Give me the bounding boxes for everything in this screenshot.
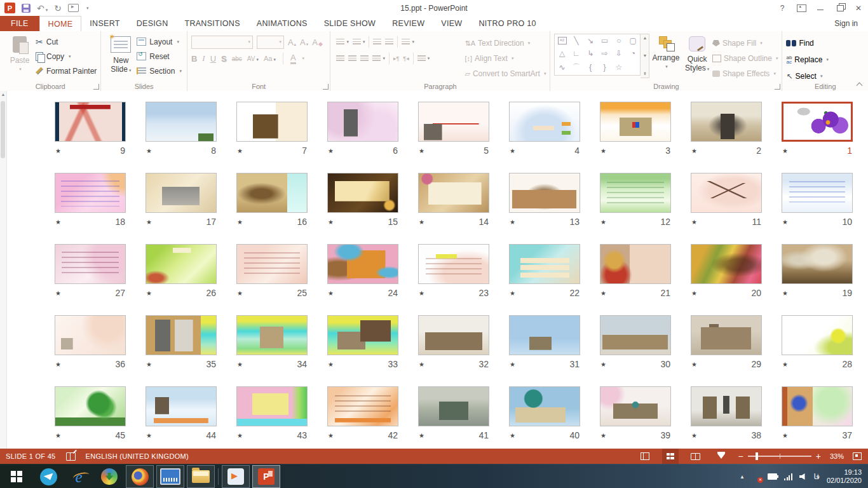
slide-thumbnail-34-hut-gradient-slide[interactable]: [236, 315, 308, 355]
slide-thumbnail-2-warrior-slide[interactable]: [691, 102, 762, 142]
slide-thumbnail-29-arch-ruins-slide[interactable]: [691, 315, 762, 355]
font-size-combo[interactable]: ▾: [257, 36, 284, 49]
zoom-percentage[interactable]: 33%: [830, 452, 844, 460]
slide-thumbnail-20-gold-cave-slide[interactable]: [691, 244, 762, 284]
paste-button[interactable]: Paste▾: [4, 34, 36, 82]
minimize-button[interactable]: [811, 1, 830, 15]
shape-fill-button[interactable]: Shape Fill▾: [712, 36, 778, 50]
tab-nitro-pro[interactable]: NITRO PRO 10: [470, 16, 544, 31]
shape-glyph-icon[interactable]: ∟: [573, 49, 580, 58]
replace-button[interactable]: abacReplace▾: [786, 53, 828, 67]
shapes-more-icon[interactable]: ⇟: [643, 71, 647, 76]
tab-slide-show[interactable]: SLIDE SHOW: [316, 16, 384, 31]
reading-view-button[interactable]: [688, 449, 704, 464]
arrange-button[interactable]: Arrange▾: [649, 34, 682, 82]
save-icon[interactable]: [22, 4, 31, 13]
shape-textbox-icon[interactable]: A≡: [558, 37, 567, 44]
align-right-button[interactable]: [358, 54, 370, 64]
powerpoint-app-icon[interactable]: P: [4, 3, 15, 13]
slide-thumbnail-22-teal-banners-slide[interactable]: [509, 244, 580, 284]
shape-glyph-icon[interactable]: ∿: [559, 63, 566, 72]
shape-glyph-icon[interactable]: {: [589, 63, 592, 72]
convert-to-smartart-button[interactable]: ▱Convert to SmartArt▾: [465, 67, 546, 81]
help-button[interactable]: ?: [773, 1, 792, 15]
taskbar-internet-explorer[interactable]: e: [65, 464, 93, 488]
volume-icon[interactable]: [799, 473, 807, 480]
slide-thumbnail-4-diagram-slide[interactable]: [509, 102, 580, 142]
scrollbar-thumb[interactable]: [1, 101, 5, 158]
tab-insert[interactable]: INSERT: [81, 16, 128, 31]
slide-thumbnail-10-blue-text-slide[interactable]: [782, 173, 853, 213]
slide-thumbnail-8-sky-text-slide[interactable]: [146, 102, 217, 142]
justify-button[interactable]: ▾: [370, 54, 387, 64]
font-name-combo[interactable]: ▾: [191, 36, 253, 49]
tab-animations[interactable]: ANIMATIONS: [248, 16, 316, 31]
font-dialog-launcher[interactable]: [323, 84, 329, 90]
tab-review[interactable]: REVIEW: [384, 16, 433, 31]
slide-thumbnail-18-pink-text-slide[interactable]: [55, 173, 126, 213]
slide-thumbnail-17-battle-parchment-slide[interactable]: [146, 173, 217, 213]
action-center-flag-icon[interactable]: [752, 472, 761, 481]
slide-thumbnail-15-scroll-slide[interactable]: [327, 173, 398, 213]
slide-thumbnail-6-stone-stele-slide[interactable]: [327, 102, 398, 142]
customize-qat-icon[interactable]: ▾: [86, 6, 89, 11]
language-indicator[interactable]: ENGLISH (UNITED KINGDOM): [86, 452, 189, 460]
slide-thumbnail-14-parchment-frame-slide[interactable]: [418, 173, 489, 213]
align-center-button[interactable]: [346, 54, 358, 64]
shape-glyph-icon[interactable]: ◔: [631, 49, 635, 58]
decrease-indent-button[interactable]: [371, 37, 383, 47]
slide-thumbnail-30-desert-ruins-slide[interactable]: [600, 315, 671, 355]
strikethrough-button[interactable]: abc: [232, 55, 242, 62]
layout-button[interactable]: Layout▾: [137, 35, 182, 48]
slide-sorter-view-button[interactable]: [662, 449, 679, 464]
bold-button[interactable]: B: [191, 54, 197, 64]
slide-thumbnail-23-white-text-slide[interactable]: [418, 244, 489, 284]
start-button[interactable]: [0, 464, 33, 488]
slide-thumbnail-37-king-miniature-slide[interactable]: [782, 386, 853, 426]
slide-thumbnail-32-ruin-text-slide[interactable]: [418, 315, 489, 355]
slide-thumbnail-25-peach-text-slide[interactable]: [236, 244, 308, 284]
slide-thumbnail-3-mongolia-map-slide[interactable]: [600, 102, 671, 142]
slide-thumbnail-33-ruins-collage-slide[interactable]: [327, 315, 398, 355]
shrink-font-button[interactable]: A▾: [300, 37, 308, 47]
slide-thumbnail-12-green-text-slide[interactable]: [600, 173, 671, 213]
input-language-indicator[interactable]: فا: [814, 472, 820, 481]
slide-thumbnail-27-pink-mottled-text-slide[interactable]: [55, 244, 126, 284]
slide-thumbnail-24-orange-map-slide[interactable]: [327, 244, 398, 284]
slide-thumbnail-44-bust-text-slide[interactable]: [146, 386, 217, 426]
slide-thumbnail-40-gur-e-amir-slide[interactable]: [509, 386, 580, 426]
normal-view-button[interactable]: [637, 449, 653, 464]
taskbar-file-explorer[interactable]: [187, 465, 215, 488]
scroll-up-icon[interactable]: ▲: [0, 91, 6, 97]
change-case-button[interactable]: Aa▾: [264, 55, 276, 62]
slide-thumbnail-5-mongol-portrait-slide[interactable]: [418, 102, 489, 142]
taskbar-telegram[interactable]: [34, 464, 62, 488]
restore-button[interactable]: [830, 1, 849, 15]
close-button[interactable]: ✕: [849, 1, 868, 15]
slide-thumbnail-35-stone-steles-slide[interactable]: [146, 315, 217, 355]
network-signal-icon[interactable]: [784, 473, 792, 480]
slide-thumbnail-13-cavalry-slide[interactable]: [509, 173, 580, 213]
slide-thumbnail-28-yellow-flower-slide[interactable]: [782, 315, 853, 355]
spell-check-icon[interactable]: [66, 452, 76, 461]
zoom-in-button[interactable]: +: [816, 453, 821, 459]
cut-button[interactable]: ✂Cut: [36, 35, 97, 48]
grow-font-button[interactable]: A▴: [288, 37, 296, 47]
shapes-scroll-up-icon[interactable]: ▲: [642, 36, 647, 40]
shape-glyph-icon[interactable]: }: [604, 63, 606, 72]
clear-formatting-button[interactable]: A◆: [312, 37, 323, 47]
taskbar-firefox[interactable]: [126, 465, 154, 488]
tab-transitions[interactable]: TRANSITIONS: [176, 16, 248, 31]
copy-button[interactable]: Copy▾: [36, 50, 97, 63]
text-shadow-button[interactable]: S: [221, 54, 227, 64]
battery-icon[interactable]: [768, 473, 777, 480]
find-button[interactable]: Find: [786, 36, 828, 50]
slide-thumbnail-41-museum-interior-slide[interactable]: [418, 386, 489, 426]
slide-thumbnail-31-dome-sky-slide[interactable]: [509, 315, 580, 355]
shapes-gallery-scrollbar[interactable]: ▲ ▼ ⇟: [641, 34, 649, 78]
drawing-dialog-launcher[interactable]: [775, 84, 780, 90]
shape-glyph-icon[interactable]: ⇨: [602, 49, 608, 58]
tab-design[interactable]: DESIGN: [128, 16, 177, 31]
taskbar-on-screen-keyboard[interactable]: [156, 465, 184, 488]
columns-button[interactable]: ▾: [416, 54, 432, 64]
